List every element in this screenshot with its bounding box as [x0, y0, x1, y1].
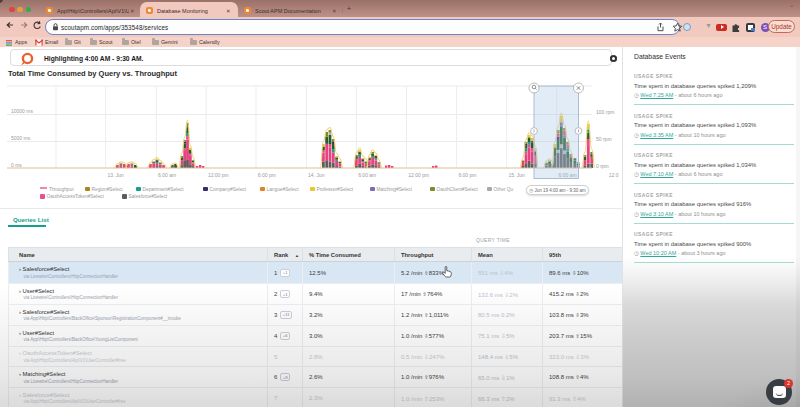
- svg-text:100 rpm: 100 rpm: [596, 109, 614, 115]
- svg-text:6:00 pm: 6:00 pm: [258, 172, 276, 178]
- svg-text:12:0: 12:0: [609, 172, 619, 178]
- svg-text:15. Jun: 15. Jun: [509, 172, 526, 178]
- svg-text:0 ms: 0 ms: [11, 162, 22, 168]
- svg-text:0 rpm: 0 rpm: [596, 163, 609, 169]
- svg-text:14. Jun: 14. Jun: [308, 172, 325, 178]
- svg-text:50 rpm: 50 rpm: [596, 136, 612, 142]
- svg-text:6:00 pm: 6:00 pm: [458, 172, 476, 178]
- svg-text:13. Jun: 13. Jun: [107, 172, 124, 178]
- svg-text:12:00 pm: 12:00 pm: [408, 172, 429, 178]
- svg-text:12:00 pm: 12:00 pm: [208, 172, 229, 178]
- svg-text:10000 ms: 10000 ms: [11, 108, 33, 114]
- svg-text:5000 ms: 5000 ms: [11, 135, 31, 141]
- svg-text:6:00 am: 6:00 am: [358, 172, 376, 178]
- svg-text:6:00 am: 6:00 am: [158, 172, 176, 178]
